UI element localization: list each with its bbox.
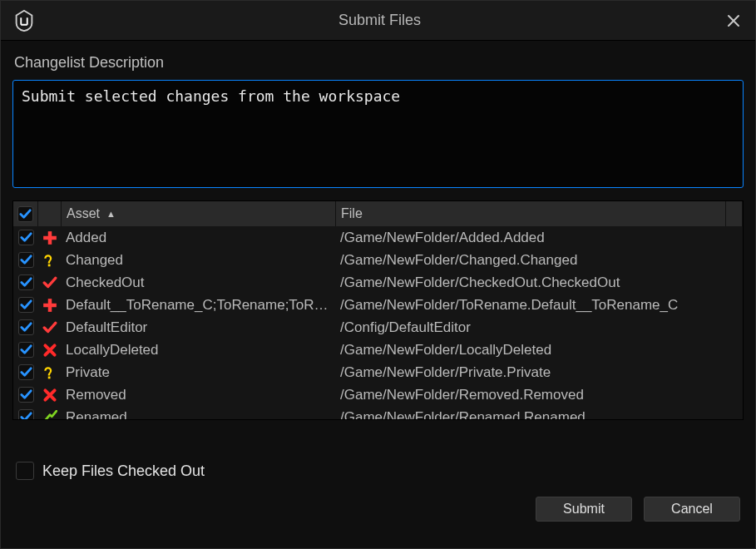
row-file-cell: /Game/NewFolder/Removed.Removed [336,387,743,403]
svg-rect-4 [43,303,57,307]
status-header [38,201,62,226]
window-title: Submit Files [39,12,720,29]
asset-column-label: Asset [67,206,100,221]
row-checkbox[interactable] [18,342,34,358]
titlebar: Submit Files [1,1,755,41]
row-asset-cell: CheckedOut [62,274,336,291]
row-status-cell [38,410,62,420]
row-checkbox-cell [13,274,38,290]
svg-rect-5 [48,376,51,378]
close-icon [727,14,740,27]
table-row[interactable]: Removed/Game/NewFolder/Removed.Removed [13,383,743,406]
row-checkbox-cell [13,230,38,245]
row-asset-cell: Renamed [62,409,336,420]
row-asset-cell: Changed [62,252,336,269]
row-asset-cell: Removed [62,387,336,403]
row-asset-cell: Added [62,230,336,246]
file-column-label: File [341,206,363,221]
row-checkbox-cell [13,252,38,268]
keep-files-row: Keep Files Checked Out [16,462,744,480]
row-asset-cell: Default__ToRename_C;ToRename;ToRename [62,297,336,314]
row-checkbox-cell [13,297,38,313]
row-asset-cell: DefaultEditor [62,319,336,336]
select-all-cell [13,201,38,226]
dialog-buttons: Submit Cancel [12,497,744,522]
row-status-cell [38,365,62,380]
sort-ascending-icon: ▲ [106,209,116,219]
table-header: Asset ▲ File [13,201,743,226]
close-button[interactable] [720,7,747,34]
changelist-description-input[interactable] [12,80,744,188]
table-row[interactable]: Changed/Game/NewFolder/Changed.Changed [13,249,743,271]
row-checkbox-cell [13,319,38,335]
svg-rect-2 [48,264,51,266]
row-status-cell [38,388,62,403]
row-checkbox-cell [13,364,38,380]
row-file-cell: /Game/NewFolder/Added.Added [336,230,743,246]
file-column-header[interactable]: File [336,201,726,226]
row-checkbox[interactable] [18,319,34,335]
row-status-cell [38,343,62,358]
app-logo-icon [9,6,39,36]
cancel-button[interactable]: Cancel [644,497,740,522]
changelist-description-label: Changelist Description [14,54,744,72]
row-checkbox[interactable] [18,364,34,380]
row-file-cell: /Game/NewFolder/LocallyDeleted [336,342,743,359]
row-asset-cell: LocallyDeleted [62,342,336,359]
row-checkbox-cell [13,387,38,403]
table-body[interactable]: Added/Game/NewFolder/Added.AddedChanged/… [13,226,743,419]
changed-status-icon [42,365,57,380]
select-all-checkbox[interactable] [17,206,33,222]
row-file-cell: /Game/NewFolder/Changed.Changed [336,252,743,269]
row-file-cell: /Game/NewFolder/ToRename.Default__ToRena… [336,297,743,314]
table-row[interactable]: Private/Game/NewFolder/Private.Private [13,361,743,383]
deleted-status-icon [42,388,57,403]
row-status-cell [38,298,62,313]
keep-files-label: Keep Files Checked Out [42,462,205,480]
row-status-cell [38,253,62,268]
renamed-status-icon [42,410,57,420]
svg-rect-1 [43,235,57,240]
row-checkbox-cell [13,342,38,358]
table-row[interactable]: CheckedOut/Game/NewFolder/CheckedOut.Che… [13,271,743,294]
table-row[interactable]: Added/Game/NewFolder/Added.Added [13,226,743,249]
changed-status-icon [42,253,57,268]
row-file-cell: /Game/NewFolder/CheckedOut.CheckedOut [336,274,743,291]
row-status-cell [38,230,62,245]
files-table: Asset ▲ File Added/Game/NewFolder/Added.… [12,200,744,420]
row-checkbox-cell [13,409,38,419]
row-checkbox[interactable] [18,230,34,245]
keep-files-checkbox[interactable] [16,462,34,480]
asset-column-header[interactable]: Asset ▲ [62,201,336,226]
checkedout-status-icon [42,275,57,290]
row-checkbox[interactable] [18,297,34,313]
submit-button[interactable]: Submit [536,497,632,522]
checkedout-status-icon [42,320,57,335]
row-checkbox[interactable] [18,387,34,403]
row-file-cell: /Game/NewFolder/Renamed.Renamed [336,409,743,420]
row-checkbox[interactable] [18,252,34,268]
row-file-cell: /Game/NewFolder/Private.Private [336,364,743,381]
table-row[interactable]: Default__ToRename_C;ToRename;ToRename/Ga… [13,294,743,316]
added-status-icon [42,298,57,313]
added-status-icon [42,230,57,245]
row-status-cell [38,320,62,335]
row-checkbox[interactable] [18,409,34,419]
scroll-gutter-header [726,201,743,226]
row-asset-cell: Private [62,364,336,381]
row-status-cell [38,275,62,290]
table-row[interactable]: LocallyDeleted/Game/NewFolder/LocallyDel… [13,339,743,361]
table-row[interactable]: Renamed/Game/NewFolder/Renamed.Renamed [13,406,743,419]
row-file-cell: /Config/DefaultEditor [336,319,743,336]
dialog-content: Changelist Description Asset ▲ File Adde… [1,41,755,533]
deleted-status-icon [42,343,57,358]
row-checkbox[interactable] [18,274,34,290]
table-row[interactable]: DefaultEditor/Config/DefaultEditor [13,316,743,339]
